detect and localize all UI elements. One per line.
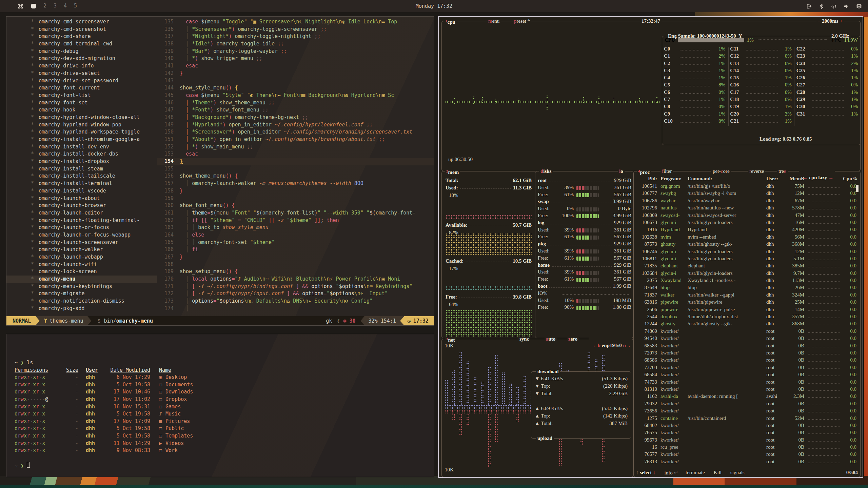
git-branch[interactable]: ϒ themes-menu <box>40 316 87 325</box>
file-item[interactable]: *omarchy-install-dev-env <box>6 143 157 151</box>
terminal-output[interactable]: ~ ❯ lsPermissionsSizeUserDate ModifiedNa… <box>15 359 193 469</box>
file-item[interactable]: *omarchy-hyprland-window-pop <box>6 121 157 129</box>
file-item[interactable]: *omarchy-launch-browser <box>6 202 157 209</box>
chip-icon[interactable] <box>854 0 863 12</box>
logout-icon[interactable] <box>804 0 813 12</box>
code-line[interactable]: 155 <box>157 165 434 173</box>
file-item[interactable]: *omarchy-launch-editor <box>6 209 157 217</box>
code-line[interactable]: 170 │ local options="♪ Audio\n◠ Wifi\nᛒ … <box>157 276 434 283</box>
code-editor[interactable]: 135 case $(menu "Toggle" "▣ Screensaver\… <box>157 18 434 312</box>
file-item[interactable]: *omarchy-cmd-terminal-cwd <box>6 40 157 48</box>
file-item[interactable]: *omarchy-notification-dismiss <box>6 298 157 305</box>
code-line[interactable]: 160show_font_menu() { <box>157 202 434 209</box>
process-row[interactable]: 2075XwaylandXwayland :1 -rootless -dhh11… <box>636 278 856 285</box>
code-line[interactable]: 139 │ *Bar*) omarchy-toggle-waybar ;; <box>157 48 434 55</box>
file-item[interactable]: *omarchy-install-steam <box>6 165 157 173</box>
file-item[interactable]: *omarchy-install-dropbox <box>6 158 157 165</box>
process-row[interactable]: 94540kworker/root0B0.0 <box>636 336 856 343</box>
process-row[interactable]: 1162avahi-daavahi-daemon: running [avahi… <box>636 393 856 401</box>
code-line[interactable]: 156show_theme_menu() { <box>157 172 434 180</box>
file-item[interactable]: *omarchy-menu <box>6 276 157 283</box>
cpu-tab[interactable]: 1cpu <box>444 18 457 25</box>
code-line[interactable]: 138 │ *Idle*) omarchy-toggle-idle ;; <box>157 40 434 48</box>
process-row[interactable]: 103684glycin-i/usr/lib/glycin-loadersdhh… <box>636 270 856 278</box>
io-tab[interactable]: io <box>618 168 625 175</box>
process-row[interactable]: 95673kworker/root0B0.0 <box>636 437 856 444</box>
process-row[interactable]: 74733kworker/root0B0.0 <box>636 379 856 386</box>
file-item[interactable]: *omarchy-font-list <box>6 92 157 99</box>
code-line[interactable]: 157 │ omarchy-launch-walker -m menus:oma… <box>157 180 434 187</box>
file-item[interactable]: *omarchy-install-docker-dbs <box>6 150 157 158</box>
file-item[interactable]: *omarchy-hyprland-workspace-toggle <box>6 128 157 136</box>
process-row[interactable]: 16rcu_preeroot0B0.0 <box>636 444 856 451</box>
process-row[interactable]: 106673glycin-i/usr/lib/glycin-loadersdhh… <box>636 220 856 227</box>
file-item[interactable]: *omarchy-cmd-screenshot <box>6 26 157 33</box>
process-row[interactable]: 1916HyprlandHyprlanddhh420M0.0 <box>636 227 856 234</box>
code-line[interactable]: 164 │ else <box>157 231 434 239</box>
file-item[interactable]: *omarchy-menu-keybindings <box>6 283 157 290</box>
process-list[interactable]: 106541org.gnom/usr/bin/gjs /usr/lib/odhh… <box>636 183 856 466</box>
code-line[interactable]: 149 │ *Hyprland*) open_in_editor ~/.conf… <box>157 121 434 129</box>
file-item[interactable]: *omarchy-launch-or-focus <box>6 224 157 231</box>
process-row[interactable]: 106786waybar/usr/bin/waybardhh67M0.0 <box>636 198 856 205</box>
file-item[interactable]: *omarchy-launch-or-focus-webapp <box>6 231 157 239</box>
net-auto-button[interactable]: auto <box>545 336 557 342</box>
file-item[interactable]: *omarchy-install-chromium-google-a <box>6 136 157 143</box>
menu-button[interactable]: menu <box>487 18 501 24</box>
file-item[interactable]: *omarchy-pkg-add <box>6 305 157 312</box>
process-row[interactable]: 76577kworker/root0B0.0 <box>636 451 856 459</box>
process-row[interactable]: 76313kworker/root0B0.0 <box>636 459 856 466</box>
file-item[interactable]: *omarchy-hyprland-window-close-all <box>6 114 157 121</box>
code-line[interactable]: 171 │ [ -f ~/.config/hypr/bindings.conf … <box>157 283 434 290</box>
process-row[interactable]: 72073kworker/root0B0.0 <box>636 350 856 357</box>
process-row[interactable]: 1275containe/usr/bin/containerdroot52M0.… <box>636 415 856 423</box>
interval-control[interactable]: − 2000ms + <box>816 18 844 24</box>
process-row[interactable]: 71835elephantelephantdhh385M0.0 <box>636 263 856 270</box>
code-line[interactable]: 140 │ *) show_trigger_menu ;; <box>157 55 434 62</box>
proc-tab[interactable]: 4proc <box>637 168 651 176</box>
code-line[interactable]: 135 case $(menu "Toggle" "▣ Screensaver\… <box>157 18 434 26</box>
process-row[interactable]: 102638nvimnvim --embeddhh56M0.0 <box>636 234 856 241</box>
process-row[interactable]: 102796nautilus/usr/bin/nautilus --newdhh… <box>636 205 856 212</box>
net-zero-button[interactable]: zero <box>567 336 579 342</box>
scrollbar-thumb[interactable] <box>856 185 859 192</box>
process-row[interactable]: 68583kworker/root0B0.0 <box>636 343 856 350</box>
code-line[interactable]: 163 │ │ back_to show_style_menu <box>157 224 434 231</box>
code-line[interactable]: 136 │ *Screensaver*) omarchy-toggle-scre… <box>157 26 434 33</box>
info-button[interactable]: info ↵ <box>664 470 678 476</box>
process-row[interactable]: 73656kworker/root0B0.0 <box>636 408 856 415</box>
process-row[interactable]: 106746glycin-i/usr/lib/glycin-loadersdhh… <box>636 249 856 256</box>
terminate-button[interactable]: terminate <box>686 470 705 476</box>
file-item[interactable]: *omarchy-launch-screensaver <box>6 239 157 246</box>
file-item[interactable]: *omarchy-drive-info <box>6 62 157 70</box>
process-row[interactable]: 106811glycin-i/usr/lib/glycin-loadersdhh… <box>636 256 856 263</box>
code-line[interactable]: 148 │ *Background*) omarchy-theme-bg-nex… <box>157 114 434 121</box>
code-line[interactable]: 172 │ [ -f ~/.config/hypr/input.conf ] &… <box>157 290 434 298</box>
code-line[interactable]: 144show_style_menu() { <box>157 84 434 92</box>
code-line[interactable]: 158} <box>157 187 434 195</box>
process-row[interactable]: 76575kworker/root0B0.0 <box>636 430 856 437</box>
terminal-prompt[interactable]: ~ ❯ <box>15 462 193 469</box>
proc-header[interactable]: Pid: Program: Command: User: MemB Cpu% <box>636 176 856 182</box>
code-line[interactable]: 145 case $(menu "Style" "◐ Theme\n✒ Font… <box>157 92 434 99</box>
code-line[interactable]: 173 │ options="$options\n▢ Defaults\n⌂ D… <box>157 298 434 305</box>
code-line[interactable]: 159 <box>157 195 434 202</box>
process-row[interactable]: 81310kworker/root0B0.0 <box>636 386 856 393</box>
process-row[interactable]: 79032kworker/root0B0.0 <box>636 401 856 408</box>
proc-tree-button[interactable]: tree <box>777 168 788 175</box>
proc-filter-button[interactable]: filter <box>660 168 673 175</box>
code-line[interactable]: 153 esac <box>157 150 434 158</box>
code-line[interactable]: 174 │ <box>157 305 434 312</box>
code-line[interactable]: 146 │ *Theme*) show_theme_menu ;; <box>157 99 434 107</box>
kill-button[interactable]: Kill <box>714 470 722 476</box>
file-item[interactable]: *omarchy-launch-webapp <box>6 253 157 261</box>
process-row[interactable]: 73703kworker/root0B0.0 <box>636 365 856 372</box>
process-row[interactable]: 71837walker/usr/bin/walker --gappldhh324… <box>636 292 856 299</box>
process-row[interactable]: 68402kworker/root0B0.0 <box>636 423 856 430</box>
file-item[interactable]: *omarchy-cmd-screensaver <box>6 18 157 26</box>
net-tab[interactable]: 3net <box>445 336 456 343</box>
file-item[interactable]: *omarchy-launch-wifi <box>6 261 157 268</box>
process-row[interactable]: 2506pipewire/usr/bin/pipewire-pulsedhh14… <box>636 307 856 314</box>
proc-reverse-button[interactable]: reverse <box>748 168 765 175</box>
code-line[interactable]: 147 │ *Font*) show_font_menu ;; <box>157 106 434 114</box>
